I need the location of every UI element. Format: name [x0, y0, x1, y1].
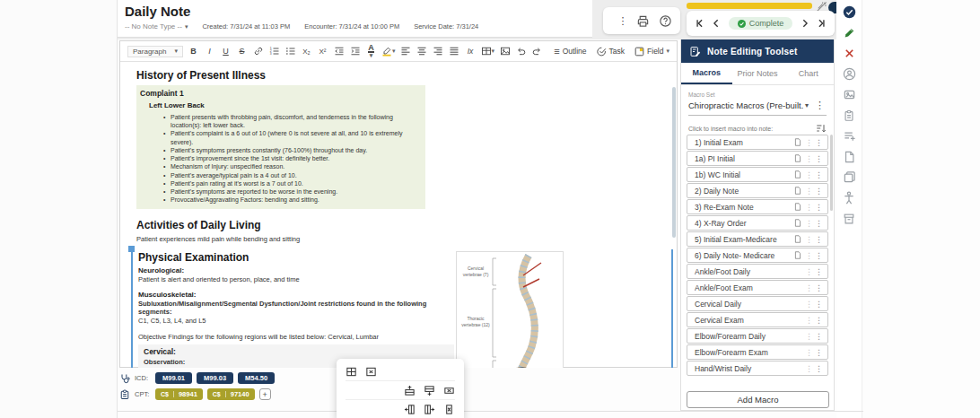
note-type-dropdown[interactable]: -- No Note Type -- — [125, 22, 188, 30]
macro-menu-icon[interactable] — [814, 332, 824, 341]
drag-handle-icon[interactable] — [804, 267, 814, 276]
icd-code-pill[interactable]: M99.03 — [197, 372, 233, 384]
macro-menu-icon[interactable] — [814, 251, 824, 260]
macro-list-item[interactable]: Ankle/Foot Exam — [687, 280, 828, 295]
drag-handle-icon[interactable] — [804, 219, 814, 228]
strikethrough-button[interactable]: S — [236, 45, 248, 58]
document-panel-icon[interactable] — [843, 150, 856, 163]
delete-column-icon[interactable] — [443, 403, 455, 416]
table-menu-button[interactable] — [481, 45, 495, 58]
editor-scrollbar[interactable] — [672, 87, 676, 238]
drag-handle-icon[interactable] — [804, 203, 814, 212]
superscript-button[interactable]: X² — [317, 45, 328, 58]
macro-list-scrollbar[interactable] — [830, 135, 833, 211]
macro-list-item[interactable]: 6) Daily Note- Medicare — [687, 248, 828, 263]
chevron-down-icon[interactable]: ▾ — [805, 101, 809, 109]
cpt-code-pill[interactable]: C$97140 — [207, 388, 255, 400]
prior-notes-book-icon[interactable] — [843, 170, 856, 184]
help-icon[interactable] — [659, 14, 672, 28]
complete-check-icon[interactable] — [843, 5, 856, 19]
macro-preview-icon[interactable] — [794, 235, 801, 243]
italic-button[interactable]: I — [204, 45, 215, 58]
macro-menu-icon[interactable] — [814, 300, 824, 309]
macro-menu-icon[interactable] — [814, 219, 824, 228]
macro-list-item[interactable]: Ankle/Foot Daily — [687, 264, 828, 279]
align-left-icon[interactable] — [400, 45, 412, 58]
last-note-button[interactable] — [817, 19, 826, 28]
tab-prior-notes[interactable]: Prior Notes — [732, 63, 783, 84]
justify-icon[interactable] — [449, 45, 460, 58]
drag-handle-icon[interactable] — [804, 332, 814, 341]
next-note-button[interactable] — [801, 19, 809, 28]
macro-menu-icon[interactable] — [814, 138, 824, 147]
outline-button[interactable]: ≡Outline — [554, 46, 586, 57]
clipboard-panel-icon[interactable] — [843, 109, 856, 122]
macro-menu-icon[interactable] — [814, 316, 824, 325]
macro-preview-icon[interactable] — [794, 138, 801, 146]
archive-icon[interactable] — [843, 212, 856, 225]
add-macro-button[interactable]: Add Macro — [687, 391, 829, 408]
font-color-button[interactable]: A — [365, 45, 377, 58]
icd-code-pill[interactable]: M99.01 — [155, 372, 192, 384]
align-right-icon[interactable] — [433, 45, 444, 58]
macro-list-item[interactable]: 2) Daily Note — [687, 183, 828, 198]
macro-set-select[interactable]: Chiropractic Macros (Pre-built... — [688, 100, 803, 110]
image-icon[interactable] — [499, 45, 511, 58]
macro-list-item[interactable]: Elbow/Forearm Exam — [687, 344, 828, 360]
macro-menu-icon[interactable] — [814, 364, 824, 373]
undo-icon[interactable] — [515, 45, 527, 58]
table-selection-handle[interactable] — [128, 246, 135, 252]
macro-menu-icon[interactable] — [814, 267, 824, 276]
macro-menu-icon[interactable] — [814, 235, 824, 244]
task-button[interactable]: Task — [597, 47, 625, 57]
macro-preview-icon[interactable] — [794, 203, 801, 211]
drag-handle-icon[interactable] — [804, 251, 814, 260]
drag-handle-icon[interactable] — [804, 154, 814, 163]
drag-handle-icon[interactable] — [804, 364, 814, 373]
clear-format-button[interactable]: Ix — [465, 45, 477, 58]
sort-icon[interactable] — [816, 123, 827, 134]
macro-menu-icon[interactable] — [814, 170, 824, 179]
macro-preview-icon[interactable] — [794, 251, 801, 259]
insert-column-left-icon[interactable] — [404, 403, 416, 416]
bullet-list-icon[interactable] — [284, 45, 296, 58]
playlist-add-icon[interactable] — [843, 129, 856, 143]
drag-handle-icon[interactable] — [804, 283, 814, 292]
document-body[interactable]: History of Present Illness Complaint 1 L… — [120, 62, 677, 368]
edit-pen-icon[interactable] — [843, 26, 856, 39]
macro-list-item[interactable]: Cervical Daily — [687, 296, 828, 311]
macro-preview-icon[interactable] — [794, 219, 801, 227]
body-chart-icon[interactable] — [843, 191, 856, 205]
highlight-color-button[interactable] — [381, 45, 396, 58]
link-icon[interactable] — [252, 45, 264, 58]
underline-button[interactable]: U — [220, 45, 232, 58]
print-icon[interactable] — [636, 14, 650, 28]
macro-preview-icon[interactable] — [794, 154, 801, 162]
first-note-button[interactable] — [696, 19, 704, 28]
field-button[interactable]: Field — [634, 47, 669, 57]
drag-handle-icon[interactable] — [804, 187, 814, 196]
icd-code-pill[interactable]: M54.50 — [238, 372, 275, 384]
macro-list-item[interactable]: 1b) WC Initial — [687, 167, 828, 182]
indent-icon[interactable] — [349, 45, 361, 58]
delete-table-icon[interactable] — [365, 365, 377, 379]
macro-list-item[interactable]: 4) X-Ray Order — [687, 215, 828, 231]
macro-preview-icon[interactable] — [794, 170, 801, 179]
status-badge-complete[interactable]: Complete — [729, 17, 793, 30]
macro-list-item[interactable]: Cervical Exam — [687, 312, 828, 327]
drag-handle-icon[interactable] — [804, 300, 814, 309]
more-options-icon[interactable]: ⋮ — [618, 15, 628, 27]
paragraph-style-select[interactable]: Paragraph — [127, 46, 183, 57]
ordered-list-icon[interactable]: 123 — [268, 45, 280, 58]
previous-note-button[interactable] — [712, 19, 721, 28]
insert-row-above-icon[interactable] — [404, 384, 416, 397]
macro-set-menu-icon[interactable]: ⋮ — [815, 100, 825, 111]
macro-list-item[interactable]: 1) Initial Exam — [687, 135, 828, 150]
drag-handle-icon[interactable] — [804, 316, 814, 325]
outdent-icon[interactable] — [333, 45, 345, 58]
macro-preview-icon[interactable] — [794, 187, 801, 195]
cpt-code-pill[interactable]: C$98941 — [155, 388, 203, 400]
subscript-button[interactable]: X₂ — [301, 45, 312, 58]
macro-list-item[interactable]: Elbow/Forearm Daily — [687, 328, 828, 344]
redo-icon[interactable] — [531, 45, 543, 58]
